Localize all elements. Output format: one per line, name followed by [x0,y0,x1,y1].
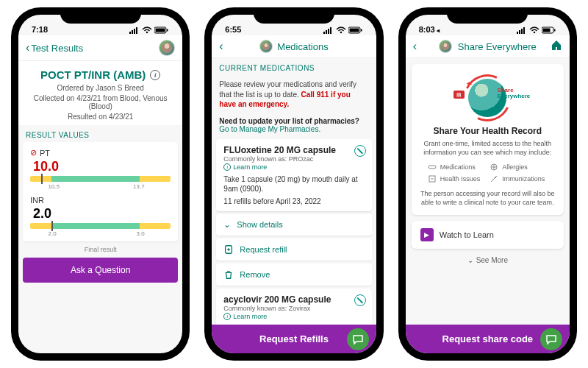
med-directions: Take 1 capsule (20 mg) by mouth daily at… [223,174,364,194]
avatar[interactable] [439,40,452,53]
svg-point-12 [340,32,341,33]
item-health-issues: Health Issues [428,174,486,183]
page-title: Share Everywhere [458,41,537,52]
home-icon[interactable] [551,39,562,54]
signal-icon [323,26,334,34]
item-immunizations: Immunizations [490,174,548,183]
learn-more-link[interactable]: iLearn more [223,313,364,320]
chevron-left-icon: ‹ [26,42,29,54]
result-title-row: POCT PT/INR (AMB) i [40,68,160,81]
back-button[interactable]: ‹ [413,40,417,53]
result-header: POCT PT/INR (AMB) i Ordered by Jason S B… [18,61,182,125]
med-name: acyclovir 200 MG capsule [223,294,364,305]
section-title: RESULT VALUES [18,125,182,142]
page-title: Medications [277,41,328,52]
svg-rect-15 [349,29,359,32]
ask-question-button[interactable]: Ask a Question [23,258,178,283]
syringe-icon [490,174,498,183]
screen: 8:03 ◂ ‹ Share Everywhere ▤ ShareEve [406,15,570,353]
avatar[interactable] [159,40,175,56]
request-refills-button[interactable]: Request Refills [212,325,376,353]
header-bar: ‹ Medications [212,35,376,58]
svg-rect-25 [542,29,550,32]
status-right [129,26,169,34]
play-icon: ▶ [420,228,434,241]
alert-icon: ⊘ [30,148,37,158]
svg-rect-8 [323,32,325,34]
card-heading: Share Your Health Record [420,126,555,136]
status-time: 7:18 [32,25,48,34]
header-bar: ‹ Test Results [18,35,182,61]
svg-point-4 [146,32,148,33]
not-taking-icon[interactable] [354,294,366,306]
info-icon: i [223,313,231,320]
resulted-on: Resulted on 4/23/21 [24,113,176,121]
status-time: 6:55 [225,25,241,34]
request-share-code-button[interactable]: Request share code [406,325,570,353]
remove-button[interactable]: Remove [216,263,371,286]
screen: 6:55 ‹ Medications CURRENT MEDICATIONS P… [212,15,376,353]
allergy-icon [490,163,498,171]
signal-icon [517,26,527,34]
share-everywhere-logo: ▤ ShareEverywhere [420,74,555,121]
svg-point-22 [534,32,535,33]
svg-rect-7 [156,29,165,32]
svg-rect-20 [521,29,523,34]
battery-icon [542,26,556,34]
info-icon[interactable]: i [150,70,160,80]
chevron-down-icon: ⌄ [467,256,473,264]
inr-label: INR [30,196,44,205]
avatar[interactable] [259,40,273,53]
svg-rect-14 [361,29,362,32]
info-icon: i [223,163,231,171]
pt-row: ⊘ PT [30,148,171,158]
status-right [517,26,556,34]
intro-text: Please review your medications and verif… [212,75,376,114]
share-card: ▤ ShareEverywhere Share Your Health Reco… [412,64,564,215]
issues-icon [428,174,437,183]
medication-card: FLUoxetine 20 MG capsule Commonly known … [216,139,371,211]
content: CURRENT MEDICATIONS Please review your m… [212,58,376,353]
final-result-label: Final result [18,246,182,253]
manage-pharmacies-link[interactable]: Go to Manage My Pharmacies. [219,125,320,133]
svg-rect-6 [167,29,168,32]
not-taking-icon[interactable] [354,145,366,157]
med-name: FLUoxetine 20 MG capsule [223,145,364,155]
learn-more-link[interactable]: iLearn more [223,163,364,171]
svg-rect-10 [328,29,329,34]
section-title: CURRENT MEDICATIONS [212,58,376,75]
med-aka: Commonly known as: Zovirax [223,305,364,312]
chat-fab[interactable] [540,328,562,350]
inr-scale: 2.03.0 [30,230,171,237]
chat-fab[interactable] [347,328,369,350]
ordered-by: Ordered by Jason S Breed [24,84,176,92]
svg-rect-24 [554,29,556,32]
status-right [323,26,363,34]
refill-icon [223,244,234,255]
back-label: Test Results [31,43,83,54]
item-allergies: Allergies [490,163,548,171]
wifi-icon [142,26,152,34]
see-more-button[interactable]: ⌄ See More [406,253,570,267]
folder-icon: ▤ [453,91,465,99]
include-list: Medications Allergies Health Issues Immu… [420,163,555,183]
inr-value: 2.0 [33,206,171,222]
svg-rect-3 [136,27,137,34]
svg-rect-21 [523,27,525,34]
back-button[interactable]: ‹ Test Results [26,42,83,54]
card-para2: The person accessing your record will al… [420,189,555,207]
watch-to-learn-button[interactable]: ▶ Watch to Learn [412,221,564,249]
header-bar: ‹ Share Everywhere [406,35,570,58]
show-details-button[interactable]: ⌄ Show details [216,213,371,236]
request-refill-button[interactable]: Request refill [216,238,371,261]
med-refills: 11 refills before April 23, 2022 [223,197,364,205]
status-time: 8:03 ◂ [419,25,440,34]
svg-rect-26 [429,166,436,169]
back-button[interactable]: ‹ [219,40,223,53]
wifi-icon [336,26,346,34]
phone-medications: 6:55 ‹ Medications CURRENT MEDICATIONS P… [204,7,383,361]
svg-rect-2 [134,29,135,34]
screen: 7:18 ‹ Test Results POCT PT/INR (AMB) i … [18,15,182,353]
svg-rect-11 [330,27,331,34]
collected-on: Collected on 4/23/21 from Blood, Venous … [24,94,176,110]
